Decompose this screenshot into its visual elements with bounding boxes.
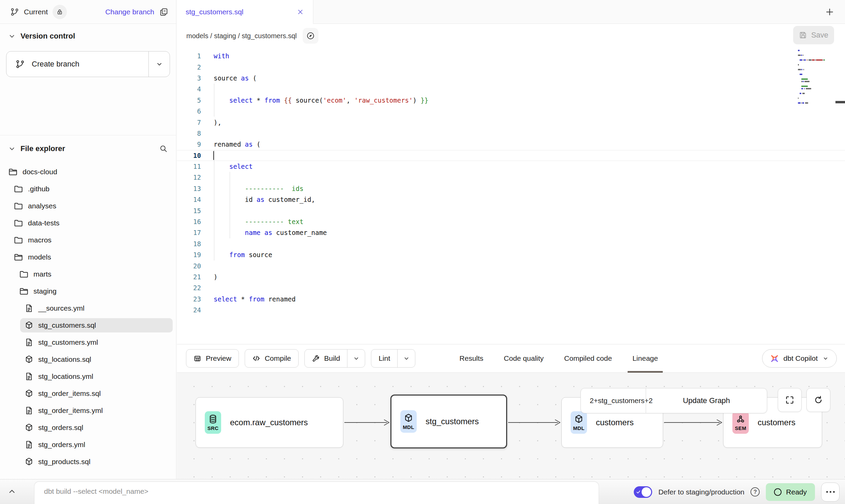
scrollbar-thumb[interactable] [835, 101, 845, 103]
compile-button[interactable]: Compile [245, 349, 299, 368]
code-line-4[interactable]: 4 [177, 84, 845, 94]
build-dropdown[interactable] [347, 350, 365, 367]
tree-item-label: stg_order_items.yml [38, 406, 103, 415]
tab-strip: stg_customers.sql [177, 0, 845, 24]
code-line-20[interactable]: 20 [177, 260, 845, 271]
status-bar: dbt build --select <model_name> Defer to… [0, 479, 845, 504]
line-text: from source [209, 251, 272, 258]
document-icon [24, 406, 34, 415]
tree-item-stg-orders-sql[interactable]: stg_orders.sql [0, 419, 173, 436]
refresh-button[interactable] [806, 388, 830, 412]
refresh-icon [814, 395, 823, 405]
tree-item-staging[interactable]: staging [0, 283, 173, 300]
version-control-header[interactable]: Version control [0, 24, 176, 48]
tree-item-data-tests[interactable]: data-tests [0, 214, 173, 232]
panel-tab-code-quality[interactable]: Code quality [499, 344, 548, 372]
new-tab-button[interactable] [814, 0, 845, 24]
code-editor[interactable]: 1with23source as (45 select * from {{ so… [177, 48, 845, 344]
tree-item-docs-cloud[interactable]: docs-cloud [0, 163, 173, 180]
wrench-icon [312, 355, 320, 362]
database-badge: SRC [205, 411, 221, 434]
lint-dropdown[interactable] [397, 350, 415, 367]
tree-item-stg-orders-yml[interactable]: stg_orders.yml [0, 436, 173, 453]
code-line-6[interactable]: 6 [177, 106, 845, 117]
code-line-2[interactable]: 2 [177, 61, 845, 72]
tree-item-marts[interactable]: marts [0, 266, 173, 283]
fullscreen-button[interactable] [778, 388, 802, 412]
save-button[interactable]: Save [793, 26, 834, 44]
panel-tab-results[interactable]: Results [455, 344, 488, 372]
tree-item-stg-products-sql[interactable]: stg_products.sql [0, 453, 173, 470]
code-line-15[interactable]: 15 [177, 205, 845, 216]
preview-button[interactable]: Preview [186, 349, 239, 368]
code-line-7[interactable]: 7), [177, 117, 845, 128]
code-line-14[interactable]: 14 id as customer_id, [177, 194, 845, 205]
build-button[interactable]: Build [305, 350, 347, 367]
code-line-5[interactable]: 5 select * from {{ source('ecom', 'raw_c… [177, 95, 845, 106]
code-line-22[interactable]: 22 [177, 282, 845, 293]
tree-item-macros[interactable]: macros [0, 232, 173, 249]
tree-item-stg-order-items-sql[interactable]: stg_order_items.sql [0, 385, 173, 402]
file-explorer-header[interactable]: File explorer [0, 135, 176, 162]
tree-item-analyses[interactable]: analyses [0, 197, 173, 214]
folder-icon [13, 184, 24, 194]
tree-item-label: stg_customers.yml [38, 338, 98, 346]
code-line-17[interactable]: 17 name as customer_name [177, 227, 845, 238]
code-line-16[interactable]: 16 ---------- text [177, 216, 845, 227]
help-icon[interactable]: ? [750, 487, 760, 496]
dbt-copilot-button[interactable]: dbt Copilot [762, 349, 837, 368]
more-options-button[interactable] [821, 483, 840, 502]
breadcrumb: models / staging / stg_customers.sql [186, 32, 297, 40]
update-graph-button[interactable]: Update Graph [646, 388, 767, 413]
tree-item-stg-customers-sql[interactable]: stg_customers.sql [0, 317, 173, 334]
lineage-node-stg-customers-mdl[interactable]: MDLstg_customers [390, 395, 507, 448]
code-line-9[interactable]: 9renamed as ( [177, 139, 845, 150]
tree-item-stg-order-items-yml[interactable]: stg_order_items.yml [0, 402, 173, 419]
tree-item-stg-customers-yml[interactable]: stg_customers.yml [0, 334, 173, 351]
line-number: 23 [177, 295, 209, 303]
tree-item-stg-locations-sql[interactable]: stg_locations.sql [0, 351, 173, 368]
command-input[interactable]: dbt build --select <model_name> [34, 481, 599, 504]
copy-icon[interactable] [159, 7, 169, 17]
selector-input[interactable]: 2+stg_customers+2 [581, 388, 646, 413]
code-line-19[interactable]: 19 from source [177, 249, 845, 260]
defer-toggle[interactable] [634, 486, 652, 498]
code-line-24[interactable]: 24 [177, 305, 845, 315]
tree-item-label: stg_locations.sql [38, 355, 91, 364]
line-text: with [209, 52, 229, 60]
plus-icon [825, 7, 835, 17]
code-line-11[interactable]: 11 select [177, 161, 845, 172]
copilot-compass-button[interactable] [303, 28, 318, 44]
code-line-13[interactable]: 13 ---------- ids [177, 183, 845, 194]
code-line-3[interactable]: 3source as ( [177, 73, 845, 84]
code-line-8[interactable]: 8 [177, 128, 845, 139]
panel-tab-lineage[interactable]: Lineage [628, 344, 663, 372]
panel-tab-compiled-code[interactable]: Compiled code [559, 344, 617, 372]
tree-item-models[interactable]: models [0, 249, 173, 266]
lint-button[interactable]: Lint [371, 350, 397, 367]
code-line-18[interactable]: 18 [177, 238, 845, 249]
tree-item-stg-locations-yml[interactable]: stg_locations.yml [0, 368, 173, 385]
code-line-1[interactable]: 1with [177, 50, 845, 61]
current-branch-label: Current [24, 8, 48, 16]
close-icon[interactable] [297, 8, 304, 16]
code-line-21[interactable]: 21) [177, 271, 845, 282]
lineage-canvas[interactable]: SRCecom.raw_customersMDLstg_customersMDL… [177, 373, 845, 479]
create-branch-button[interactable]: Create branch [6, 51, 148, 77]
search-icon[interactable] [159, 144, 168, 153]
code-line-10[interactable]: 10 [177, 150, 845, 161]
create-branch-dropdown[interactable] [148, 51, 170, 77]
line-text: select [209, 163, 253, 170]
change-branch-link[interactable]: Change branch [105, 8, 154, 16]
lineage-node-ecom-raw-customers-src[interactable]: SRCecom.raw_customers [196, 397, 343, 448]
tree-item--github[interactable]: .github [0, 180, 173, 197]
code-line-23[interactable]: 23select * from renamed [177, 294, 845, 305]
branch-bar: Current Change branch [0, 0, 176, 24]
ready-status-badge[interactable]: Ready [766, 483, 815, 501]
chevron-up-icon[interactable] [8, 487, 16, 496]
build-label: Build [324, 354, 340, 362]
code-line-12[interactable]: 12 [177, 172, 845, 183]
tree-item--sources-yml[interactable]: __sources.yml [0, 300, 173, 317]
line-number: 15 [177, 207, 209, 214]
tab-stg-customers-sql[interactable]: stg_customers.sql [177, 0, 313, 24]
